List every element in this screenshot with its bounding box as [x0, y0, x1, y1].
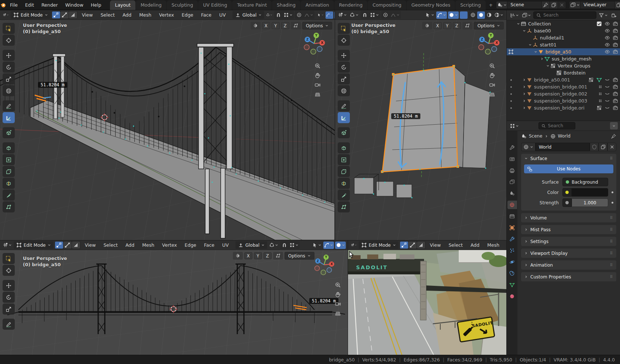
- poly-build-tool[interactable]: [338, 201, 350, 212]
- world-name-field[interactable]: World: [535, 143, 590, 151]
- select-box-tool[interactable]: [3, 23, 15, 34]
- eye-open-icon[interactable]: [604, 35, 610, 41]
- eye-closed-icon[interactable]: [604, 84, 610, 90]
- browse-world-icon[interactable]: [521, 143, 535, 151]
- camera-icon[interactable]: [613, 98, 618, 104]
- viewport-top-right[interactable]: User Perspective(0) bridge_a50 51.8204 m: [335, 10, 506, 240]
- magnet-icon[interactable]: [361, 11, 369, 19]
- tab-material[interactable]: [507, 292, 517, 301]
- properties-options-icon[interactable]: [610, 122, 618, 129]
- scene-selector[interactable]: Scene: [496, 1, 566, 9]
- cursor-tool[interactable]: [3, 265, 15, 276]
- tab-animation[interactable]: Animation: [301, 0, 334, 10]
- scale-tool[interactable]: [338, 73, 350, 84]
- viewport-bottom-left[interactable]: Edit Mode View Select Add Mesh Vertex Ed…: [0, 240, 348, 355]
- drag-handle-icon[interactable]: ⠿: [610, 251, 613, 255]
- tab-output[interactable]: [507, 166, 517, 175]
- pin-icon[interactable]: [541, 1, 550, 8]
- blender-logo-icon[interactable]: [0, 2, 6, 8]
- camera-view-icon[interactable]: [489, 82, 495, 88]
- editor-type-icon[interactable]: [2, 11, 10, 19]
- menu-mesh[interactable]: Mesh: [136, 12, 155, 18]
- custom-properties-panel-header[interactable]: Custom Properties⠿: [521, 272, 616, 281]
- falloff-curve-icon[interactable]: [390, 11, 400, 19]
- menu-view[interactable]: View: [79, 12, 96, 18]
- xray-toggle-icon[interactable]: [460, 11, 468, 19]
- viewport-display-panel-header[interactable]: Viewport Display⠿: [521, 249, 616, 258]
- tab-shading[interactable]: Shading: [272, 0, 300, 10]
- knife-tool[interactable]: [3, 190, 15, 201]
- pivot-point-icon[interactable]: [349, 11, 359, 19]
- mirror-icon[interactable]: [251, 22, 261, 30]
- camera-icon[interactable]: [613, 28, 618, 34]
- menu-uv[interactable]: UV: [219, 242, 232, 248]
- viewlayer-selector[interactable]: ViewLayer: [569, 1, 620, 9]
- annotate-tool[interactable]: [3, 100, 15, 111]
- eye-open-icon[interactable]: [604, 28, 610, 34]
- tab-object-data[interactable]: [507, 281, 517, 289]
- viewport-top-left[interactable]: Edit Mode View Select Add Mesh Vertex Ed…: [0, 10, 335, 240]
- menu-vertex[interactable]: Vertex: [156, 12, 177, 18]
- volume-panel-header[interactable]: Volume⠿: [521, 213, 616, 222]
- menu-add[interactable]: Add: [119, 12, 135, 18]
- knife-tool[interactable]: [338, 190, 350, 201]
- mirror-y-button[interactable]: Y: [443, 22, 451, 29]
- outliner-viewlayer-icon[interactable]: [521, 11, 532, 19]
- vertex-mode-button[interactable]: [52, 11, 60, 18]
- mirror-z-button[interactable]: Z: [453, 22, 461, 29]
- camera-view-icon[interactable]: [314, 82, 321, 88]
- expand-icon[interactable]: [545, 64, 550, 67]
- overlays-toggle-icon[interactable]: [335, 242, 346, 249]
- outliner-row-bordstein[interactable]: Bordstein: [507, 69, 620, 76]
- tab-render[interactable]: [507, 155, 517, 163]
- rotate-tool[interactable]: [3, 62, 15, 73]
- scale-tool[interactable]: [3, 304, 15, 315]
- extrude-region-tool[interactable]: [338, 142, 350, 153]
- mist-pass-panel-header[interactable]: Mist Pass⠿: [521, 225, 616, 234]
- expand-icon[interactable]: [521, 106, 527, 110]
- menu-edit[interactable]: Edit: [21, 2, 38, 8]
- keyframe-dot-icon[interactable]: [612, 202, 613, 204]
- gizmos-toggle-icon[interactable]: [323, 242, 334, 249]
- gizmos-toggle-icon[interactable]: [326, 11, 333, 19]
- outliner-row-suspension-bridge-003[interactable]: suspension_bridge.003: [507, 97, 620, 104]
- edge-mode-button[interactable]: [63, 242, 72, 249]
- proportional-edit-icon[interactable]: [382, 11, 389, 19]
- move-tool[interactable]: [3, 50, 15, 61]
- loop-cut-tool[interactable]: [338, 178, 350, 189]
- camera-render-view[interactable]: SADOLIT SADOLIT: [348, 250, 506, 355]
- expand-icon[interactable]: [521, 92, 527, 96]
- menu-edge[interactable]: Edge: [181, 242, 199, 248]
- extrude-region-tool[interactable]: [3, 142, 15, 153]
- keyframe-dot-icon[interactable]: [612, 191, 613, 193]
- show-gizmo-pointer-icon[interactable]: [317, 11, 324, 19]
- face-mode-button[interactable]: [417, 242, 425, 249]
- annotate-tool[interactable]: [338, 100, 350, 111]
- menu-add[interactable]: Add: [467, 242, 483, 248]
- cursor-tool[interactable]: [338, 35, 350, 46]
- rotate-tool[interactable]: [3, 292, 15, 303]
- camera-icon[interactable]: [613, 49, 618, 55]
- snap-target-icon[interactable]: [283, 11, 293, 19]
- overlays-toggle-icon[interactable]: [334, 11, 335, 19]
- tab-sculpting[interactable]: Sculpting: [167, 0, 198, 10]
- drag-handle-icon[interactable]: ⠿: [610, 263, 613, 267]
- material-preview-icon[interactable]: [485, 11, 493, 19]
- move-tool[interactable]: [3, 280, 15, 291]
- mirror-y-button[interactable]: Y: [272, 22, 280, 29]
- breadcrumb-scene[interactable]: Scene: [529, 134, 542, 139]
- inset-faces-tool[interactable]: [338, 154, 350, 165]
- pivot-point-icon[interactable]: [265, 11, 273, 19]
- color-socket-icon[interactable]: [562, 188, 572, 197]
- select-box-tool[interactable]: [3, 253, 15, 264]
- mirror-icon[interactable]: [422, 22, 432, 30]
- zoom-icon[interactable]: [335, 282, 341, 288]
- outliner-row-sus-bridge-mesh[interactable]: sus_bridge_mesh: [507, 55, 620, 62]
- rendered-shading-icon[interactable]: [493, 11, 504, 19]
- viewport-canvas[interactable]: User Perspective(0) bridge_a50 51.8204 m…: [0, 250, 348, 355]
- camera-icon[interactable]: [613, 91, 618, 97]
- options-dropdown[interactable]: Options: [285, 252, 314, 260]
- outliner-row-vertex-groups[interactable]: Vertex Groups: [507, 62, 620, 69]
- color-swatch-field[interactable]: [572, 188, 608, 197]
- rotate-tool[interactable]: [338, 62, 350, 73]
